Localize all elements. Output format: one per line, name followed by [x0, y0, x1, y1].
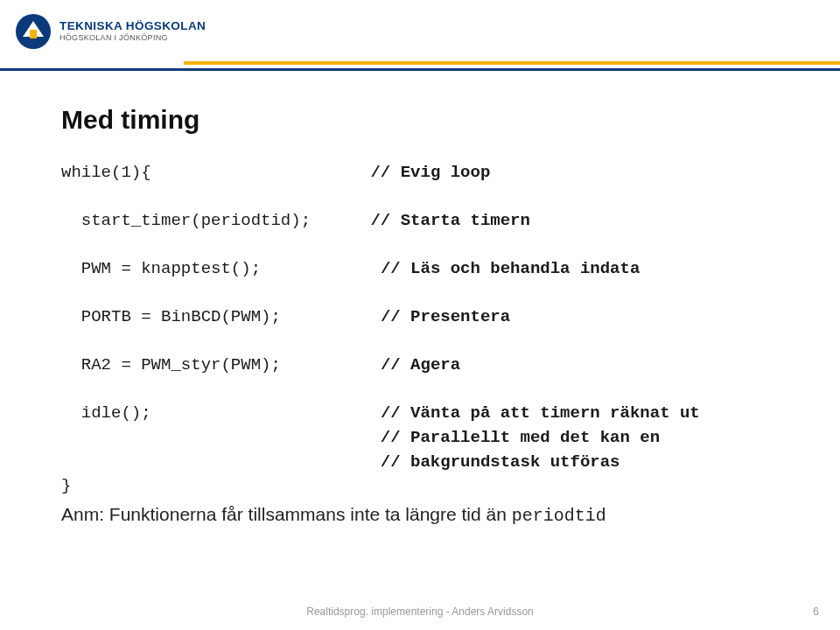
page-number: 6 — [813, 606, 819, 618]
code-comment: // Starta timern — [370, 211, 529, 230]
annotation-note: Anm: Funktionerna får tillsammans inte t… — [61, 504, 796, 526]
code-comment: // bakgrundstask utföras — [381, 452, 620, 472]
code-block: while(1){ // Evig loop start_timer(perio… — [61, 161, 796, 499]
code-line: PWM = knapptest(); — [61, 259, 261, 278]
code-comment: // Läs och behandla indata — [381, 259, 640, 278]
code-line: } — [61, 476, 71, 495]
logo-main-text: TEKNISKA HÖGSKOLAN — [60, 20, 206, 32]
slide-title: Med timing — [61, 105, 796, 135]
code-line: RA2 = PWM_styr(PWM); — [61, 355, 281, 374]
code-comment: // Parallellt med det kan en — [381, 428, 660, 447]
note-mono: periodtid — [512, 506, 606, 526]
slide-content: Med timing while(1){ // Evig loop start_… — [61, 105, 796, 526]
code-line: idle(); — [61, 403, 151, 423]
code-comment: // Presentera — [381, 307, 510, 326]
code-comment: // Vänta på att timern räknat ut — [381, 403, 700, 423]
code-line: start_timer(periodtid); — [61, 211, 311, 230]
slide-footer: Realtidsprog. implementering - Anders Ar… — [0, 606, 840, 618]
code-comment: // Agera — [381, 355, 460, 374]
institution-logo: TEKNISKA HÖGSKOLAN HÖGSKOLAN I JÖNKÖPING — [14, 12, 206, 51]
logo-mark-icon — [14, 12, 52, 51]
divider-blue — [0, 68, 840, 71]
svg-rect-1 — [30, 30, 37, 38]
note-text: Anm: Funktionerna får tillsammans inte t… — [61, 504, 512, 524]
code-line: while(1){ — [61, 163, 151, 182]
slide-header: TEKNISKA HÖGSKOLAN HÖGSKOLAN I JÖNKÖPING — [0, 0, 840, 79]
code-line: PORTB = BinBCD(PWM); — [61, 307, 281, 326]
divider-yellow — [184, 61, 840, 65]
code-comment: // Evig loop — [370, 163, 490, 182]
logo-sub-text: HÖGSKOLAN I JÖNKÖPING — [60, 34, 206, 42]
